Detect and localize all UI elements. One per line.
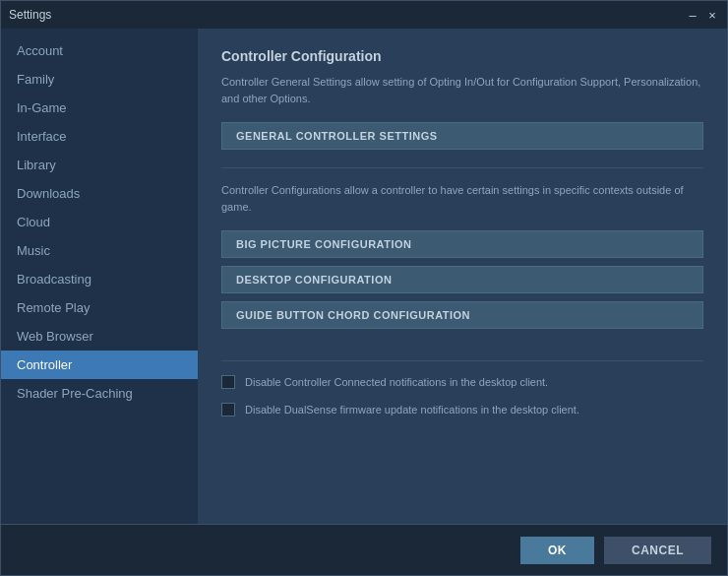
- main-content: Controller Configuration Controller Gene…: [198, 29, 727, 524]
- settings-window: Settings – × AccountFamilyIn-GameInterfa…: [0, 0, 728, 576]
- section-description: Controller General Settings allow settin…: [221, 74, 703, 106]
- ok-button[interactable]: OK: [520, 537, 594, 564]
- general-controller-settings-button[interactable]: GENERAL CONTROLLER SETTINGS: [221, 122, 703, 150]
- checkbox-disable-dualsense-notif[interactable]: [221, 403, 235, 416]
- sidebar-item-web-browser[interactable]: Web Browser: [1, 322, 198, 351]
- sidebar-item-family[interactable]: Family: [1, 65, 198, 94]
- divider-2: [221, 360, 703, 361]
- cancel-button[interactable]: CANCEL: [604, 537, 711, 564]
- checkbox-disable-controller-notif[interactable]: [221, 375, 235, 389]
- divider: [221, 167, 703, 168]
- sidebar: AccountFamilyIn-GameInterfaceLibraryDown…: [1, 29, 198, 524]
- config-btn-guide-button[interactable]: GUIDE BUTTON CHORD CONFIGURATION: [221, 301, 703, 329]
- page-title: Controller Configuration: [221, 48, 703, 64]
- window-title: Settings: [9, 8, 51, 22]
- checkboxes-container: Disable Controller Connected notificatio…: [221, 375, 703, 430]
- config-buttons-group: BIG PICTURE CONFIGURATIONDESKTOP CONFIGU…: [221, 230, 703, 333]
- close-button[interactable]: ×: [705, 8, 719, 22]
- checkbox-label-disable-controller-notif: Disable Controller Connected notificatio…: [245, 376, 548, 388]
- sidebar-item-cloud[interactable]: Cloud: [1, 208, 198, 236]
- checkbox-row-disable-controller-notif: Disable Controller Connected notificatio…: [221, 375, 703, 389]
- sidebar-item-account[interactable]: Account: [1, 36, 198, 65]
- sidebar-item-downloads[interactable]: Downloads: [1, 179, 198, 208]
- checkbox-label-disable-dualsense-notif: Disable DualSense firmware update notifi…: [245, 404, 579, 416]
- window-controls: – ×: [686, 8, 719, 22]
- minimize-button[interactable]: –: [686, 8, 699, 22]
- sidebar-item-remote-play[interactable]: Remote Play: [1, 293, 198, 322]
- sidebar-item-library[interactable]: Library: [1, 151, 198, 179]
- content-area: AccountFamilyIn-GameInterfaceLibraryDown…: [1, 29, 727, 524]
- sidebar-item-controller[interactable]: Controller: [1, 351, 198, 379]
- config-btn-big-picture[interactable]: BIG PICTURE CONFIGURATION: [221, 230, 703, 258]
- sidebar-item-in-game[interactable]: In-Game: [1, 94, 198, 122]
- footer: OK CANCEL: [1, 524, 727, 575]
- checkbox-row-disable-dualsense-notif: Disable DualSense firmware update notifi…: [221, 403, 703, 416]
- sidebar-item-interface[interactable]: Interface: [1, 122, 198, 151]
- config-btn-desktop[interactable]: DESKTOP CONFIGURATION: [221, 266, 703, 293]
- title-bar: Settings – ×: [1, 1, 727, 29]
- config-section-description: Controller Configurations allow a contro…: [221, 182, 703, 215]
- sidebar-item-broadcasting[interactable]: Broadcasting: [1, 265, 198, 293]
- sidebar-item-shader-pre-caching[interactable]: Shader Pre-Caching: [1, 379, 198, 408]
- sidebar-item-music[interactable]: Music: [1, 236, 198, 265]
